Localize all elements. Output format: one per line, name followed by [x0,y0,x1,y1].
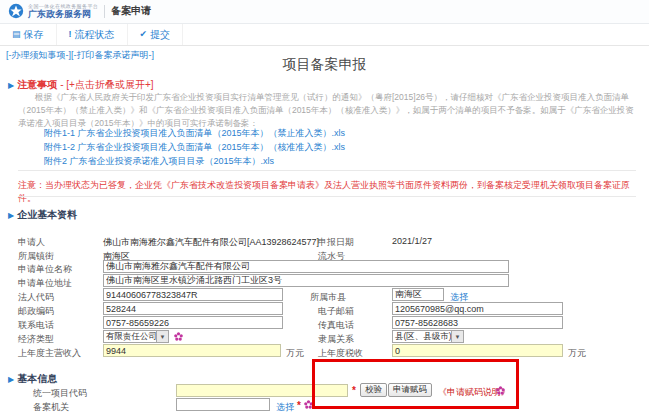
app-window: 全国一体化在线政务服务平台 广东政务服务网 备案申请 ▤ 保存 ! 流程状态 ✔… [0,0,649,414]
unified-code-input[interactable] [176,384,348,397]
affiliation-label: 隶属关系 [318,333,354,346]
section-arrow-icon: ▶ [8,375,14,384]
unified-code-label: 统一项目代码 [33,387,87,400]
flow-status-icon: ! [69,30,72,39]
apply-code-button[interactable]: 申请赋码 [388,383,432,397]
notice-toggle-hint: - [+点击折叠或展开+] [60,79,153,90]
revenue-label: 上年度主营收入 [18,347,81,360]
unit-name-label: 申请单位名称 [18,263,72,276]
required-flower-icon [304,400,313,409]
submit-button[interactable]: ✔ 提交 [128,24,184,45]
city-county-input[interactable] [392,288,444,301]
affiliation-value: 县(区、县级市) [393,331,451,343]
attachment-link-3[interactable]: 附件2 广东省企业投资承诺准入项目目录（2015年本）.xls [44,155,274,168]
unit-name-input[interactable] [103,260,509,273]
app-title: 备案申请 [111,4,151,18]
site-name: 广东政务服务网 [28,9,98,19]
economy-type-label: 经济类型 [18,333,54,346]
submit-label: 提交 [150,28,170,42]
unit-address-label: 申请单位地址 [18,277,72,290]
applicant-label: 申请人 [18,236,45,249]
phone-label: 联系电话 [18,319,54,332]
tax-label: 上年度税收 [318,347,363,360]
flow-status-button[interactable]: ! 流程状态 [57,24,128,45]
logo-text: 全国一体化在线政务服务平台 广东政务服务网 [28,3,98,19]
attachment-link-2[interactable]: 附件1-2 广东省企业投资项目准入负面清单（2015年本）（核准准入类）.xls [44,141,345,154]
email-input[interactable] [392,302,563,315]
fax-input[interactable] [392,316,563,329]
save-label: 保存 [24,28,44,42]
town-label: 所属镇街 [18,250,54,263]
legal-code-input[interactable] [103,288,283,301]
economy-type-value: 有限责任公司 [104,331,156,343]
attachment-link-1[interactable]: 附件1-1 广东省企业投资项目准入负面清单（2015年本）（禁止准入类）.xls [44,127,345,140]
section-arrow-icon: ▶ [8,211,14,220]
economy-type-select[interactable]: 有限责任公司 ▼ [103,330,169,343]
tax-input[interactable] [392,344,563,357]
notice-paragraph: 根据《广东省人民政府关于印发广东省企业投资项目实行清单管理意见（试行）的通知》（… [18,91,640,130]
declare-date-label: 申报日期 [318,236,354,249]
required-asterisk: * [297,400,301,411]
basic-title: 基本信息 [17,373,57,384]
legal-code-label: 法人代码 [18,291,54,304]
tax-unit: 万元 [568,347,586,360]
dropdown-arrow-icon: ▼ [451,331,463,342]
email-label: 电子邮箱 [318,305,354,318]
company-title: 企业基本资料 [17,209,77,220]
fax-label: 传真电话 [318,319,354,332]
postcode-input[interactable] [103,302,283,315]
top-header-bar: 全国一体化在线政务服务平台 广东政务服务网 备案申请 [0,0,649,24]
revenue-unit: 万元 [286,347,304,360]
submit-check-icon: ✔ [140,30,148,39]
page-title: 项目备案申报 [0,56,649,74]
phone-input[interactable] [103,316,283,329]
divider [18,196,636,197]
notice-section-header[interactable]: ▶注意事项- [+点击折叠或展开+] [8,78,154,92]
required-flower-icon [174,332,183,341]
warning-text: 注意：当办理状态为已答复，企业凭《广东省技术改造投资项目备案申请表》及法人营业执… [18,179,643,205]
verify-button[interactable]: 校验 [360,383,387,397]
company-section-header: ▶企业基本资料 [8,208,77,222]
notice-title: 注意事项 [17,79,57,90]
divider [18,170,636,171]
filing-authority-label: 备案机关 [33,401,69,414]
site-logo: 全国一体化在线政务服务平台 广东政务服务网 备案申请 [8,3,151,19]
filing-authority-input[interactable] [176,398,270,411]
save-button[interactable]: ▤ 保存 [0,24,57,45]
postcode-label: 邮政编码 [18,305,54,318]
declare-date-value: 2021/1/27 [392,236,432,246]
filing-authority-select-link[interactable]: 选择 [276,401,294,414]
dropdown-arrow-icon: ▼ [156,331,168,342]
affiliation-select[interactable]: 县(区、县级市) ▼ [392,330,464,343]
applicant-value: 佛山市南海雅尔鑫汽车配件有限公司[AA13928624577] [103,236,319,249]
header-divider [104,5,105,18]
toolbar: ▤ 保存 ! 流程状态 ✔ 提交 [0,24,649,46]
revenue-input[interactable] [103,344,281,357]
save-icon: ▤ [12,30,21,39]
required-asterisk: * [352,385,356,396]
logo-flower-icon [8,3,24,19]
basic-section-header: ▶基本信息 [8,372,57,386]
section-arrow-icon: ▶ [8,81,14,90]
required-flower-icon [496,386,505,395]
flow-status-label: 流程状态 [75,28,115,42]
city-county-label: 所属市县 [310,291,346,304]
unit-address-input[interactable] [103,274,509,287]
